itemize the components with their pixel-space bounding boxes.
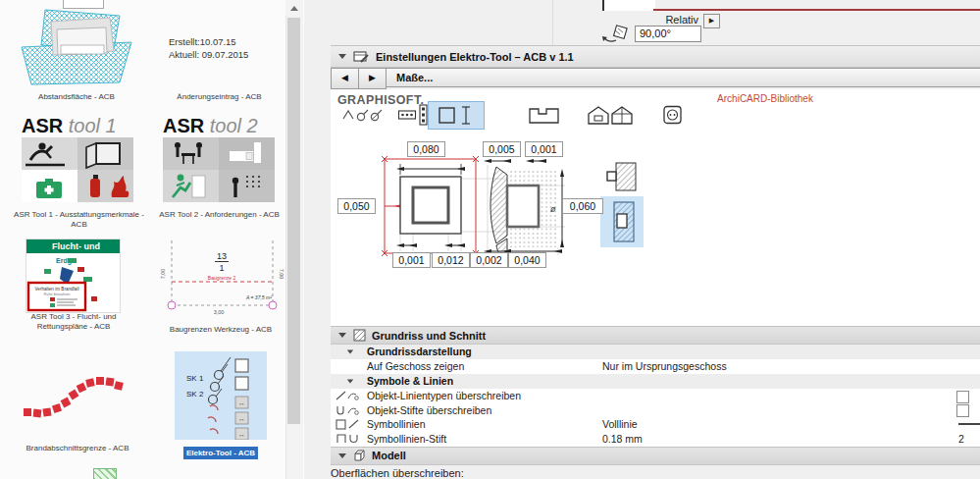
abstandsflaeche-label[interactable]: Abstandsfläche - ACB [8,92,145,102]
row-symbollinien-stift: Symbollinien-Stift 0.18 mm 2 [331,432,980,448]
asr2-thumbnail[interactable]: ASR tool 2 [163,114,275,202]
panel-prev-button[interactable]: ◀ [331,68,359,89]
strip-socket-icon[interactable] [398,103,428,127]
line-type-sample[interactable] [958,423,980,425]
svg-text:↔: ↔ [238,431,245,438]
row-symbol-pen-value[interactable]: 0.18 mm [602,433,643,445]
row-story-value[interactable]: Nur im Ursprungsgeschoss [602,360,727,372]
baugrenzen-frac-bottom: 1 [219,263,224,273]
asr3-sign-sub: Ruhe bewahren [44,293,71,296]
panel-tab-masse[interactable]: Maße... [386,68,980,87]
symbol-set-icon[interactable] [340,106,384,126]
elektro-tool-thumbnail[interactable]: SK 1 SK 2 ↔ ↔ ↔ [175,351,267,440]
asr2-pictograms [163,137,275,202]
erstellt-line: Erstellt:10.07.15 [169,35,248,48]
row-symbol-lines-value[interactable]: Volllinie [602,418,638,430]
symbol-lines-icon [335,418,360,430]
library-scrollbar-up-button[interactable] [285,0,302,16]
library-title: ArchiCARD-Bibliothek [677,93,853,104]
asr3-label[interactable]: ASR Tool 3 - Flucht- und Rettungspläne -… [14,312,133,332]
elevation-views-icon[interactable] [585,103,636,127]
elektro-tool-symbols: SK 1 SK 2 ↔ ↔ ↔ [175,351,267,440]
dim-input-bottom-4[interactable]: 0,040 [508,252,546,268]
section-grundriss-und-schnitt[interactable]: Grundriss und Schnitt [331,326,980,345]
surface-mount-option[interactable] [607,163,636,190]
aktuell-line: Aktuell: 09.07.2015 [169,48,248,61]
section-modell-title: Modell [372,450,406,461]
group-grundrissdarstellung[interactable]: Grundrissdarstellung [331,345,980,359]
dim-input-right-diameter[interactable]: 0,060 [562,198,603,214]
asr1-thumbnail[interactable]: ASR tool 1 [22,114,137,202]
pens-checkbox[interactable] [956,404,969,417]
socket-symbol-icon[interactable] [662,104,684,126]
linetypes-checkbox[interactable] [956,391,969,403]
baugrenzen-red-label: Baugrenze 2 [208,275,236,281]
svg-text:↔: ↔ [238,415,245,422]
dialog-title-bar[interactable]: Einstellungen Elektro-Tool – ACB v 1.1 [331,45,980,68]
row-objekt-linientypen: Objekt-Linientypen überschreiben [331,389,980,404]
dim-input-bottom-3[interactable]: 0,002 [470,252,508,268]
section-collapse-icon[interactable] [338,333,346,338]
dim-input-top-cover[interactable]: 0,005 [483,141,521,157]
dim-input-top-width[interactable]: 0,080 [407,141,445,157]
flush-mount-option-selected[interactable] [600,196,644,247]
baugrenzen-dim-right: 7,00 [279,269,284,280]
toolbar-separator [552,0,553,45]
asr3-thumbnail[interactable]: Flucht- und Erdge Verhalten im Brandfall… [26,239,121,313]
linetype-override-icon [335,390,360,401]
baugrenzen-label[interactable]: Baugrenzen Werkzeug - ACB [153,325,288,335]
elektro-tool-label[interactable]: Elektro-Tool - ACB [183,447,258,459]
relativ-flyout-button[interactable]: ▶ [703,14,720,28]
section-grundriss-title: Grundriss und Schnitt [372,330,486,342]
brandabschnittsgrenze-thumbnail[interactable] [20,359,126,434]
asr2-label[interactable]: ASR Tool 2 - Anforderungen - ACB [153,210,285,220]
elektro-sk1-text: SK 1 [186,374,204,383]
collapse-arrow-icon[interactable] [338,54,346,59]
row-symbollinien: Symbollinien Volllinie [331,417,980,433]
row-objekt-stifte: Objekt-Stifte überschreiben [331,403,980,419]
partial-thumbnail-below [93,468,117,479]
svg-text:↔: ↔ [238,399,245,406]
dim-input-left-height[interactable]: 0,050 [337,198,376,214]
group-symbole-linien[interactable]: Symbole & Linien [331,374,980,389]
row-linetypes-label: Objekt-Linientypen überschreiben [367,390,521,401]
dimension-mode-selected[interactable] [428,101,485,130]
row-symbol-pen-label: Symbollinien-Stift [367,433,446,445]
rotation-angle-icon [600,25,632,45]
baugrenzen-thumbnail[interactable]: 7,00 7,00 13 1 Baugrenze 2 A = 37,5 m² 3… [160,237,284,319]
group-collapse-icon[interactable] [347,350,353,354]
group-grundrissdarstellung-label: Grundrissdarstellung [367,346,472,357]
asr3-plan-body: Erdge Verhalten im Brandfall Ruhe bewahr… [26,253,120,312]
section-modell-collapse-icon[interactable] [338,453,346,458]
row-story-label: Auf Geschoss zeigen [367,360,464,372]
dim-input-top-gap[interactable]: 0,001 [525,141,563,157]
dim-input-bottom-2[interactable]: 0,012 [432,252,470,268]
aenderungseintrag-label[interactable]: Änderungseintrag - ACB [153,92,285,102]
abstandsflaeche-thumbnail[interactable] [18,6,135,88]
aenderungseintrag-thumbnail[interactable]: Erstellt:10.07.15 Aktuell: 09.07.2015 [169,35,248,61]
dialog-title: Einstellungen Elektro-Tool – ACB v 1.1 [376,51,574,63]
rotation-angle-input[interactable]: 90,00° [635,26,701,42]
group-collapse-icon-2[interactable] [347,380,353,384]
asr1-label[interactable]: ASR Tool 1 - Ausstattungsmerkmale - ACB [8,210,150,230]
section-modell[interactable]: Modell [331,447,980,465]
symbol-pen-number[interactable]: 2 [958,433,964,445]
brandabschnittsgrenze-label[interactable]: Brandabschnittsgrenze - ACB [8,444,147,453]
asr2-thumb-title: ASR tool 2 [163,114,275,137]
dim-input-bottom-1[interactable]: 0,001 [392,252,431,268]
floorplan-icon[interactable] [526,104,563,126]
plan-section-icon [353,329,366,342]
library-scrollbar-thumb[interactable] [287,18,300,424]
baugrenzen-width: 3,00 [214,309,225,315]
cropped-field-above [602,0,655,11]
box-dimension-icon [437,105,476,126]
asr1-thumb-title: ASR tool 1 [22,114,137,137]
scroll-up-icon [290,6,298,11]
row-auf-geschoss-zeigen: Auf Geschoss zeigen Nur im Ursprungsgesc… [331,359,980,375]
diameter-sign: ø [550,204,556,214]
row-symbol-lines-label: Symbollinien [367,418,426,430]
panel-next-button[interactable]: ▶ [358,68,387,89]
asr3-sign-title: Verhalten im Brandfall [35,287,79,292]
asr1-pictograms [22,137,133,202]
symbol-pen-icon [335,433,360,445]
